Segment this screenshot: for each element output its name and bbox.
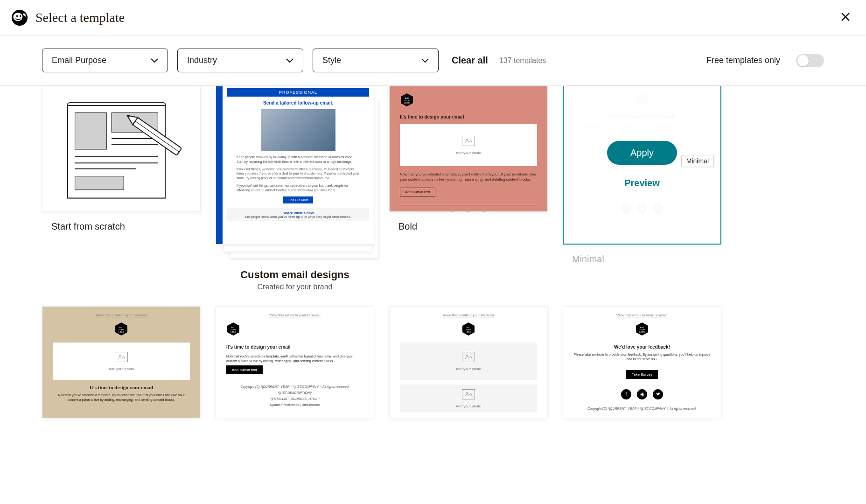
clear-all-button[interactable]: Clear all [452,55,488,66]
template-card-simple[interactable]: View this email in your browser ADDYOURL… [216,306,374,418]
svg-text:LOGO: LOGO [404,102,410,104]
svg-point-25 [119,355,121,356]
template-grid: Start from scratch PROFESSIONAL Send a t… [0,86,866,437]
close-icon [840,11,851,22]
chevron-down-icon [286,58,293,63]
facebook-icon: f [447,211,458,212]
add-button-text: Add button text [400,188,435,196]
svg-text:LOGO: LOGO [639,331,645,333]
instagram-icon: ◉ [637,389,647,399]
feedback-heading: We'd love your feedback! [573,344,711,350]
find-out-more-button: Find Out More [283,196,314,203]
view-in-browser-link: View this email in your browser [400,313,537,317]
dropdown-label: Industry [187,56,217,65]
svg-point-19 [467,139,468,140]
tooltip: Minimal [681,155,714,167]
twitter-icon [479,211,489,212]
hexagon-logo-icon: ADDYOURLOGO [114,322,128,336]
view-in-browser-link: View this email in your browser [573,313,711,317]
svg-rect-12 [75,176,124,190]
share-heading: Share what's new Let people know what yo… [227,208,369,221]
dropdown-email-purpose[interactable]: Email Purpose [42,49,168,72]
svg-point-34 [467,355,468,356]
facebook-icon: f [621,389,631,399]
template-card-custom[interactable]: PROFESSIONAL Send a tailored follow-up e… [216,86,374,291]
card-label: Minimal [563,245,721,276]
image-placeholder-icon [462,389,475,399]
filter-bar: Email Purpose Industry Style Clear all 1… [0,35,866,86]
dropdown-label: Email Purpose [52,56,106,65]
svg-text:LOGO: LOGO [230,331,236,333]
dropdown-industry[interactable]: Industry [177,49,303,72]
preview-link[interactable]: Preview [624,178,660,189]
instagram-icon: ◉ [463,211,474,212]
svg-text:LOGO: LOGO [119,331,124,333]
dropdown-style[interactable]: Style [313,49,439,72]
custom-subtitle: Created for your brand [216,283,374,291]
bold-heading: It's time to design your email [400,114,537,119]
hexagon-logo-icon: ADDYOURLOGO [226,322,240,336]
template-card-feedback[interactable]: View this email in your browser ADDYOURL… [563,306,721,418]
template-card-natural[interactable]: View this email in your browser ADDYOURL… [42,306,201,418]
template-card-minimal[interactable]: It's time to design your email Now that … [563,86,721,291]
page-title: Select a template [35,10,836,25]
preview-image [261,109,335,151]
natural-heading: It's time to design your email [53,385,190,390]
toggle-knob [797,55,809,66]
professional-banner: PROFESSIONAL [227,88,369,97]
chevron-down-icon [421,58,429,63]
svg-rect-5 [75,113,107,149]
template-card-bold[interactable]: ADDYOURLOGO It's time to design your ema… [389,86,548,291]
view-in-browser-link: View this email in your browser [53,313,190,317]
mailchimp-logo [11,9,28,26]
template-card-scratch[interactable]: Start from scratch [42,86,201,291]
image-placeholder-icon [115,352,128,362]
free-templates-toggle[interactable] [796,54,824,67]
svg-point-35 [467,392,468,393]
card-label: Bold [389,212,548,243]
close-button[interactable] [836,7,855,28]
image-placeholder-icon [462,136,475,146]
twitter-icon [653,389,663,399]
free-templates-label: Free templates only [706,56,780,65]
template-count: 137 templates [499,56,546,65]
svg-text:LOGO: LOGO [466,331,471,333]
template-card-twophoto[interactable]: View this email in your browser ADDYOURL… [389,306,548,418]
dropdown-label: Style [322,56,341,65]
svg-point-2 [16,15,18,17]
svg-point-3 [20,15,21,17]
custom-tagline: Send a tailored follow-up email. [227,100,369,105]
hexagon-logo-icon: ADDYOURLOGO [400,93,414,107]
apply-button[interactable]: Apply [607,141,677,165]
sketch-illustration [42,86,200,212]
view-in-browser-link: View this email in your browser [226,313,363,317]
social-icons: f ◉ [400,211,537,212]
hexagon-logo-icon: ADDYOURLOGO [635,322,649,336]
card-label: Start from scratch [42,212,201,243]
chevron-down-icon [151,58,158,63]
header: Select a template [0,0,866,35]
add-button-text: Add button text [226,365,263,374]
take-survey-button: Take Survey [626,370,658,379]
custom-title: Custom email designs [216,269,374,281]
image-placeholder-icon [462,352,475,362]
hexagon-logo-icon: ADDYOURLOGO [461,322,475,336]
